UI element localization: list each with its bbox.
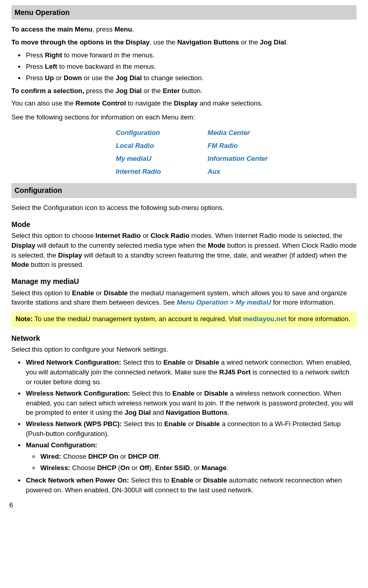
note-after: for more information. xyxy=(286,315,350,323)
bullet-wps-pbc: Wireless Network (WPS PBC): Select this … xyxy=(26,419,357,439)
link-fm-radio[interactable]: FM Radio xyxy=(176,140,283,153)
subbullet-wireless: Wireless: Choose DHCP (On or Off), Enter… xyxy=(40,463,357,473)
link-menu-operation-mediau[interactable]: Menu Operation > My mediaU xyxy=(176,298,271,306)
mode-title: Mode xyxy=(11,219,357,230)
link-mediayou-net[interactable]: mediayou.net xyxy=(243,315,287,323)
subsection-mode: Mode Select this option to choose Intern… xyxy=(11,219,357,270)
link-media-center[interactable]: Media Center xyxy=(176,127,283,140)
link-row-4: Internet Radio Aux xyxy=(85,165,284,178)
subbullet-wired: Wired: Choose DHCP On or DHCP Off. xyxy=(40,452,357,462)
note-label: Note: xyxy=(16,315,33,323)
link-row-1: Configuration Media Center xyxy=(85,127,284,140)
bullet-manual-config: Manual Configuration: Wired: Choose DHCP… xyxy=(26,441,357,473)
bullet-check-network-power-on: Check Network when Power On: Select this… xyxy=(26,476,357,495)
bullet-wireless-network: Wireless Network Configuration: Select t… xyxy=(26,389,357,418)
bullet-press-up-down: Press Up or Down or use the Jog Dial to … xyxy=(26,73,357,83)
configuration-intro: Select the Configuration icon to access … xyxy=(11,203,357,213)
access-main-menu-line: To access the main Menu, press Menu. xyxy=(11,25,357,35)
manual-config-subbullets: Wired: Choose DHCP On or DHCP Off. Wirel… xyxy=(40,452,357,473)
subsection-network: Network Select this option to configure … xyxy=(11,333,357,495)
link-information-center[interactable]: Information Center xyxy=(176,153,283,165)
page-number: 6 xyxy=(9,501,359,510)
see-sections-line: See the following sections for informati… xyxy=(11,113,357,123)
menu-link-table: Configuration Media Center Local Radio F… xyxy=(85,127,284,178)
navigation-bullets: Press Right to move forward in the menus… xyxy=(26,51,357,83)
subsection-manage-mediau: Manage my mediaU Select this option to E… xyxy=(11,276,357,327)
link-internet-radio[interactable]: Internet Radio xyxy=(85,165,176,178)
network-bullets: Wired Network Configuration: Select this… xyxy=(26,358,357,495)
link-row-2: Local Radio FM Radio xyxy=(85,140,284,153)
confirm-selection-line: To confirm a selection, press the Jog Di… xyxy=(11,86,357,96)
note-text: To use the mediaU management system, an … xyxy=(33,315,243,323)
network-intro: Select this option to configure your Net… xyxy=(11,345,357,355)
link-aux[interactable]: Aux xyxy=(176,165,283,178)
network-title: Network xyxy=(11,333,357,343)
bullet-press-right: Press Right to move forward in the menus… xyxy=(26,51,357,61)
bullet-press-left: Press Left to move backward in the menus… xyxy=(26,62,357,72)
link-my-mediau[interactable]: My mediaU xyxy=(85,153,176,165)
link-configuration[interactable]: Configuration xyxy=(85,127,176,140)
manage-mediau-title: Manage my mediaU xyxy=(11,276,357,287)
section-header-menu-operation: Menu Operation xyxy=(11,5,357,20)
menu-operation-content: To access the main Menu, press Menu. To … xyxy=(11,25,357,178)
move-through-options-line: To move through the options in the Displ… xyxy=(11,38,357,48)
mediau-note-box: Note: To use the mediaU management syste… xyxy=(11,312,357,327)
manage-mediau-body: Select this option to Enable or Disable … xyxy=(11,289,357,308)
section-header-configuration: Configuration xyxy=(11,183,357,198)
link-row-3: My mediaU Information Center xyxy=(85,153,284,165)
remote-control-line: You can also use the Remote Control to n… xyxy=(11,99,357,109)
mode-body: Select this option to choose Internet Ra… xyxy=(11,231,357,270)
configuration-content: Select the Configuration icon to access … xyxy=(11,203,357,495)
link-local-radio[interactable]: Local Radio xyxy=(85,140,176,153)
bullet-wired-network: Wired Network Configuration: Select this… xyxy=(26,358,357,387)
